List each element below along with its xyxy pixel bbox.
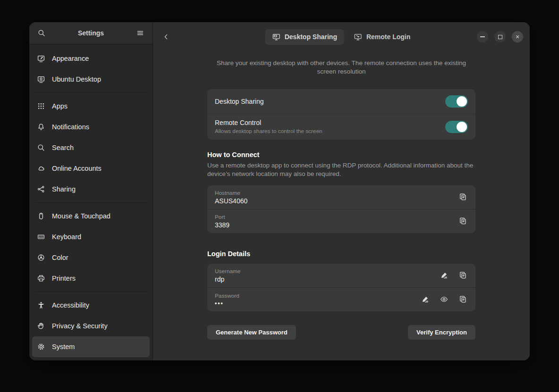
printer-icon: [37, 275, 45, 282]
remote-control-row: Remote Control Allows desktop shares to …: [207, 114, 475, 140]
hamburger-menu-icon: [136, 29, 144, 37]
appearance-icon: [37, 55, 45, 62]
sidebar-item-ubuntu-desktop[interactable]: Ubuntu Desktop: [32, 69, 150, 90]
password-row: Password •••: [207, 288, 475, 311]
sidebar-item-search[interactable]: Search: [32, 137, 150, 158]
tab-remote-login[interactable]: Remote Login: [347, 29, 417, 45]
tab-desktop-sharing[interactable]: Desktop Sharing: [265, 29, 344, 45]
back-chevron-icon: [162, 33, 170, 41]
toggle-knob: [457, 96, 467, 107]
sidebar-item-apps[interactable]: Apps: [32, 96, 150, 117]
hostname-row: Hostname ASUS4060: [207, 185, 475, 209]
remote-control-label: Remote Control: [215, 119, 445, 126]
sidebar-item-privacy-security[interactable]: Privacy & Security: [32, 316, 150, 336]
sidebar-item-label: Keyboard: [52, 233, 81, 241]
back-button[interactable]: [159, 29, 174, 44]
sidebar-item-label: Appearance: [52, 55, 89, 62]
hand-icon: [37, 322, 45, 330]
maximize-button[interactable]: [494, 31, 506, 42]
edit-icon: [421, 295, 429, 303]
desktop-sharing-row: Desktop Sharing: [207, 89, 475, 114]
sidebar-item-label: Online Accounts: [52, 165, 102, 172]
port-label: Port: [215, 214, 455, 220]
apps-grid-icon: [37, 102, 45, 110]
sidebar-item-printers[interactable]: Printers: [32, 268, 150, 289]
desktop-sharing-toggle[interactable]: [445, 95, 468, 108]
content-pane: Desktop Sharing Remote Login × Share you…: [153, 22, 530, 360]
hostname-label: Hostname: [215, 190, 455, 196]
tab-label: Desktop Sharing: [285, 33, 337, 41]
sidebar-item-notifications[interactable]: Notifications: [32, 117, 150, 137]
sidebar-nav: Appearance Ubuntu Desktop Apps Notific: [29, 44, 152, 360]
desktop-sharing-monitor-icon: [272, 33, 280, 41]
search-icon: [37, 144, 45, 151]
sidebar-item-label: Mouse & Touchpad: [52, 212, 110, 220]
ubuntu-desktop-icon: [37, 75, 45, 83]
sidebar-item-sharing[interactable]: Sharing: [32, 179, 150, 200]
sidebar-item-label: Search: [52, 144, 74, 151]
sidebar-item-label: Apps: [52, 102, 68, 110]
gear-icon: [37, 343, 45, 350]
eye-icon: [440, 295, 448, 303]
verify-encryption-button[interactable]: Verify Encryption: [408, 325, 475, 340]
sidebar-item-keyboard[interactable]: Keyboard: [32, 226, 150, 247]
close-button[interactable]: ×: [512, 31, 523, 42]
username-value: rdp: [215, 275, 436, 283]
show-password-button[interactable]: [436, 292, 452, 308]
window-title: Settings: [78, 29, 104, 37]
minimize-button[interactable]: [477, 31, 488, 42]
sidebar-item-appearance[interactable]: Appearance: [32, 48, 150, 69]
copy-username-button[interactable]: [455, 267, 471, 284]
sidebar-item-label: Accessibility: [52, 301, 89, 309]
page-actions: Generate New Password Verify Encryption: [207, 325, 475, 340]
close-icon: ×: [516, 33, 519, 40]
generate-new-password-button[interactable]: Generate New Password: [207, 325, 296, 340]
sidebar: Settings Appearance Ubuntu Desktop: [29, 22, 153, 360]
minimize-icon: [480, 36, 485, 37]
copy-icon: [459, 193, 467, 201]
share-icon: [37, 185, 45, 193]
sidebar-item-mouse-touchpad[interactable]: Mouse & Touchpad: [32, 206, 150, 226]
sidebar-item-label: Privacy & Security: [52, 322, 108, 330]
hostname-value: ASUS4060: [215, 197, 455, 205]
cloud-icon: [37, 165, 45, 172]
copy-password-button[interactable]: [455, 292, 471, 308]
bell-icon: [37, 123, 45, 131]
edit-icon: [440, 271, 448, 279]
sidebar-item-online-accounts[interactable]: Online Accounts: [32, 158, 150, 179]
search-icon: [38, 29, 45, 37]
login-details-card: Username rdp: [207, 264, 475, 311]
view-switcher: Desktop Sharing Remote Login: [265, 29, 418, 45]
username-row: Username rdp: [207, 264, 475, 287]
toggle-knob: [457, 122, 467, 132]
sidebar-item-label: Ubuntu Desktop: [52, 75, 101, 83]
settings-window: Settings Appearance Ubuntu Desktop: [29, 22, 530, 360]
sidebar-divider: [34, 202, 147, 203]
sidebar-item-label: Sharing: [52, 185, 76, 193]
edit-username-button[interactable]: [436, 267, 452, 284]
sidebar-item-system[interactable]: System: [32, 336, 150, 357]
sidebar-item-color[interactable]: Color: [32, 247, 150, 268]
sidebar-item-accessibility[interactable]: Accessibility: [32, 295, 150, 316]
copy-icon: [459, 271, 467, 279]
page-description: Share your existing desktop with other d…: [212, 59, 471, 76]
username-label: Username: [215, 268, 436, 275]
copy-port-button[interactable]: [455, 213, 471, 229]
main-menu-button[interactable]: [133, 25, 148, 41]
sidebar-item-label: System: [52, 343, 75, 350]
content-header: Desktop Sharing Remote Login ×: [153, 22, 530, 51]
copy-icon: [459, 217, 467, 225]
search-button[interactable]: [34, 25, 49, 41]
how-to-connect-description: Use a remote desktop app to connect usin…: [207, 161, 475, 178]
remote-login-monitor-icon: [354, 33, 362, 41]
mouse-icon: [37, 212, 45, 220]
edit-password-button[interactable]: [417, 292, 433, 308]
port-value: 3389: [215, 221, 455, 229]
tab-label: Remote Login: [366, 33, 410, 41]
color-wheel-icon: [37, 254, 45, 261]
remote-control-toggle[interactable]: [445, 121, 468, 133]
sidebar-divider: [34, 292, 147, 292]
sidebar-item-label: Color: [52, 254, 68, 261]
copy-hostname-button[interactable]: [455, 189, 471, 205]
login-details-heading: Login Details: [207, 250, 475, 258]
